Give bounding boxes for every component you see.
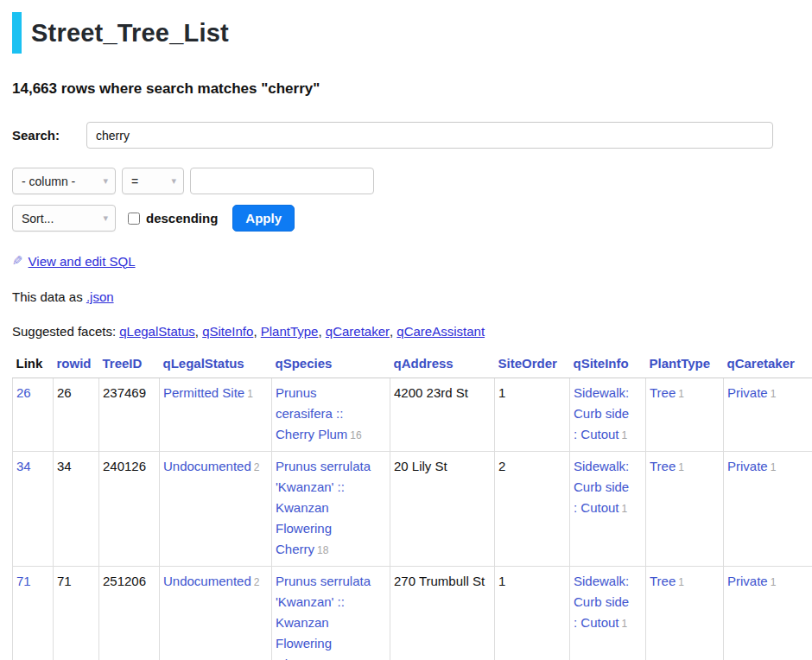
filter-operator-select[interactable]: = ▾ (122, 168, 184, 194)
cell-treeid: 251206 (99, 567, 160, 660)
table-row: 26 26 237469 Permitted Site1 Prunus cera… (13, 378, 812, 452)
column-header-siteorder: SiteOrder (495, 351, 570, 378)
cell-qsiteinfo: Sidewalk: Curb side : Cutout1 (570, 378, 646, 452)
descending-wrap: descending (128, 211, 218, 225)
column-header-qspecies: qSpecies (272, 351, 390, 378)
table-row: 34 34 240126 Undocumented2 Prunus serrul… (13, 452, 812, 567)
data-as-row: This data as .json (12, 289, 812, 304)
facet-link-qsiteinfo[interactable]: qSiteInfo (202, 324, 261, 339)
column-header-qlegalstatus: qLegalStatus (160, 351, 272, 378)
sort-select-value: Sort... (22, 212, 54, 225)
cell-link: 71 (13, 567, 54, 660)
cell-qsiteinfo: Sidewalk: Curb side : Cutout1 (570, 567, 646, 660)
column-header-planttype: PlantType (646, 351, 724, 378)
cell-rowid: 71 (54, 567, 99, 660)
cell-planttype: Tree1 (646, 452, 724, 567)
cell-qspecies: Prunus cerasifera :: Cherry Plum16 (272, 378, 390, 452)
table-header-row: Link rowid TreeID qLegalStatus qSpecies … (13, 351, 812, 378)
facet-link-qlegalstatus[interactable]: qLegalStatus (119, 324, 202, 339)
filter-operator-select-value: = (131, 175, 138, 188)
view-edit-sql-link[interactable]: View and edit SQL (29, 254, 136, 269)
search-input[interactable] (86, 122, 773, 149)
cell-siteorder: 1 (495, 567, 570, 660)
cell-qlegalstatus: Undocumented2 (160, 452, 272, 567)
page-header: Street_Tree_List (12, 12, 812, 54)
sort-row: Sort... ▾ descending Apply (12, 205, 812, 232)
cell-qaddress: 20 Lily St (390, 452, 495, 567)
column-header-qaddress: qAddress (390, 351, 495, 378)
suggested-facets-row: Suggested facets: qLegalStatusqSiteInfoP… (12, 324, 812, 339)
cell-qsiteinfo: Sidewalk: Curb side : Cutout1 (570, 452, 646, 567)
cell-treeid: 240126 (99, 452, 160, 567)
page-title: Street_Tree_List (31, 19, 229, 48)
cell-treeid: 237469 (99, 378, 160, 452)
column-header-qcaretaker: qCaretaker (724, 351, 812, 378)
cell-qaddress: 270 Trumbull St (390, 567, 495, 660)
cell-planttype: Tree1 (646, 378, 724, 452)
cell-qlegalstatus: Undocumented2 (160, 567, 272, 660)
cell-qlegalstatus: Permitted Site1 (160, 378, 272, 452)
row-count-summary: 14,663 rows where search matches "cherry… (12, 80, 812, 98)
search-label: Search: (12, 128, 86, 143)
search-row: Search: (12, 122, 812, 149)
cell-qcaretaker: Private1 (724, 378, 812, 452)
cell-link: 34 (13, 452, 54, 567)
chevron-down-icon: ▾ (103, 176, 108, 186)
column-header-link: Link (13, 351, 54, 378)
filter-column-select[interactable]: - column - ▾ (12, 168, 116, 194)
table-row: 71 71 251206 Undocumented2 Prunus serrul… (13, 567, 812, 660)
sort-select[interactable]: Sort... ▾ (12, 205, 116, 232)
descending-label: descending (146, 211, 218, 225)
cell-rowid: 26 (54, 378, 99, 452)
cell-siteorder: 1 (495, 378, 570, 452)
cell-rowid: 34 (54, 452, 99, 567)
apply-button[interactable]: Apply (232, 205, 295, 232)
facet-link-qcareassistant[interactable]: qCareAssistant (396, 324, 485, 339)
pencil-icon: ✎ (12, 253, 23, 269)
facet-link-qcaretaker[interactable]: qCaretaker (326, 324, 397, 339)
results-table: Link rowid TreeID qLegalStatus qSpecies … (12, 351, 812, 660)
column-header-treeid: TreeID (99, 351, 160, 378)
facet-link-planttype[interactable]: PlantType (261, 324, 326, 339)
chevron-down-icon: ▾ (171, 176, 176, 186)
cell-link: 26 (13, 378, 54, 452)
filter-value-input[interactable] (190, 168, 374, 194)
accent-bar (12, 12, 22, 54)
filter-row: - column - ▾ = ▾ (12, 168, 812, 194)
column-header-rowid: rowid (54, 351, 99, 378)
chevron-down-icon: ▾ (103, 213, 108, 223)
cell-planttype: Tree1 (646, 567, 724, 660)
cell-qcaretaker: Private1 (724, 567, 812, 660)
data-as-prefix: This data as (12, 289, 86, 304)
descending-checkbox[interactable] (128, 213, 140, 225)
facets-prefix: Suggested facets: (12, 324, 119, 339)
cell-qaddress: 4200 23rd St (390, 378, 495, 452)
cell-siteorder: 2 (495, 452, 570, 567)
cell-qspecies: Prunus serrulata 'Kwanzan' :: Kwanzan Fl… (272, 567, 390, 660)
column-header-qsiteinfo: qSiteInfo (570, 351, 646, 378)
cell-qspecies: Prunus serrulata 'Kwanzan' :: Kwanzan Fl… (272, 452, 390, 567)
page: Street_Tree_List 14,663 rows where searc… (0, 0, 812, 660)
filter-column-select-value: - column - (22, 175, 75, 188)
cell-qcaretaker: Private1 (724, 452, 812, 567)
sql-link-row: ✎ View and edit SQL (12, 253, 812, 269)
json-link[interactable]: .json (86, 289, 114, 304)
